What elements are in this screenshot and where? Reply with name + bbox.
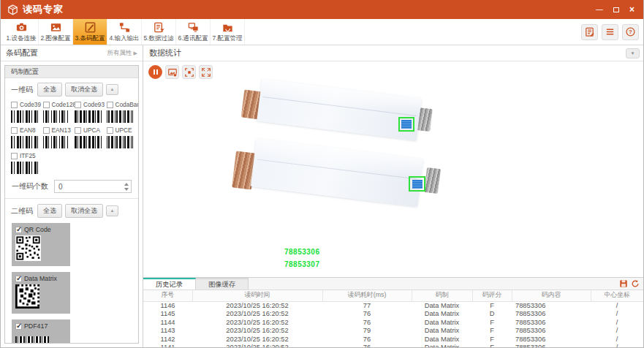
app-title: 读码专家	[23, 3, 64, 16]
help-button[interactable]: ?	[622, 24, 639, 40]
checkbox[interactable]	[11, 102, 18, 108]
group-1d-row: 一维码 全选 取消全选 ▲	[5, 78, 138, 99]
toolbar-tab-3[interactable]: 3.条码配置	[73, 19, 107, 45]
barcode-2d-qr-code[interactable]: QR Code	[12, 223, 70, 266]
collapse-2d-button[interactable]: ▲	[106, 205, 118, 216]
data-filter-icon	[153, 21, 165, 34]
barcode-1d-code93[interactable]: Code93	[72, 99, 104, 124]
barcode-1d-upca[interactable]: UPCA	[72, 124, 104, 150]
history-rows-area[interactable]: 11462023/10/25 16:20:5277Data MatrixF788…	[143, 302, 643, 348]
toolbar-tab-1[interactable]: 1.设备连接	[4, 19, 39, 45]
maximize-icon[interactable]	[613, 7, 619, 12]
table-row[interactable]: 11422023/10/25 16:20:5276Data MatrixF788…	[143, 336, 643, 344]
comm-config-icon	[187, 21, 200, 34]
barcode-1d-upce[interactable]: UPCE	[104, 124, 136, 150]
io-flow-icon	[118, 21, 131, 34]
all-properties-link[interactable]: 所有属性 ▶	[107, 49, 137, 58]
fit-view-button[interactable]	[182, 65, 196, 79]
checkbox[interactable]	[107, 102, 113, 108]
barcode-config-panel: 条码配置 所有属性 ▶ 码制配置 一维码 全选 取消全选 ▲ Code39Cod…	[1, 45, 143, 347]
minimize-icon[interactable]: —	[596, 6, 603, 13]
barcode-name: EAN8	[20, 126, 36, 134]
checkbox[interactable]	[107, 127, 113, 134]
toolbar-tab-7[interactable]: 7.配置管理	[211, 19, 245, 45]
barcode-sample	[107, 110, 134, 123]
history-table-header: 序号读码时间读码耗时(ms)码制码评分码内容中心坐标	[143, 290, 643, 302]
history-tab-2[interactable]: 图像缓存	[196, 278, 249, 290]
checkbox[interactable]	[15, 276, 22, 282]
barcode-1d-code39[interactable]: Code39	[8, 99, 40, 124]
titlebar: 读码专家 — ×	[1, 0, 643, 19]
table-row[interactable]: 11432023/10/25 16:20:5279Data MatrixF788…	[143, 327, 643, 336]
table-row[interactable]: 11442023/10/25 16:20:5276Data MatrixF788…	[143, 319, 643, 328]
toolbar-tabs: 1.设备连接2.图像配置3.条码配置4.输入输出5.数据过滤6.通讯配置7.配置…	[4, 19, 245, 45]
select-all-1d-button[interactable]: 全选	[37, 83, 62, 97]
panel-dropdown-icon[interactable]: ▼	[626, 48, 640, 58]
close-icon[interactable]: ×	[629, 6, 634, 13]
refresh-icon	[631, 279, 640, 288]
image-capture-button[interactable]	[165, 65, 179, 79]
help-icon: ?	[625, 26, 636, 37]
column-header[interactable]: 读码时间	[192, 290, 322, 301]
column-header[interactable]: 中心坐标	[591, 290, 643, 301]
history-tab-1[interactable]: 历史记录	[143, 278, 196, 290]
pause-icon	[154, 69, 158, 75]
toolbar-tab-5[interactable]: 5.数据过滤	[142, 19, 176, 45]
barcode-1d-code128[interactable]: Code128	[40, 99, 72, 124]
spinner-arrows[interactable]	[124, 181, 129, 192]
table-row[interactable]: 11452023/10/25 16:20:5276Data MatrixD788…	[143, 310, 643, 319]
deselect-all-1d-button[interactable]: 取消全选	[65, 83, 103, 97]
history-table-body: 11462023/10/25 16:20:5277Data MatrixF788…	[143, 302, 643, 348]
column-header[interactable]: 读码耗时(ms)	[322, 290, 412, 301]
toolbar-tab-6[interactable]: 6.通讯配置	[176, 19, 211, 45]
report-button[interactable]	[581, 24, 598, 40]
barcodes-2d-tiles: QR Code Data Matrix	[5, 220, 138, 344]
pause-button[interactable]	[148, 65, 162, 79]
list-icon	[605, 26, 615, 37]
decoded-value-2: 78853307	[284, 260, 320, 268]
select-all-2d-button[interactable]: 全选	[37, 204, 62, 218]
battery-cell-1	[257, 79, 421, 140]
barcode-2d-pdf417[interactable]: PDF417	[12, 319, 70, 344]
checkbox[interactable]	[43, 102, 50, 108]
history-tabs-holder: 历史记录图像缓存	[143, 278, 249, 290]
table-row[interactable]: 11412023/10/25 16:20:5276Data MatrixF788…	[143, 344, 643, 347]
group-2d-label: 二维码	[11, 206, 33, 216]
barcode-2d-data-matrix[interactable]: Data Matrix	[12, 272, 70, 314]
save-history-button[interactable]	[618, 279, 629, 289]
collapse-1d-button[interactable]: ▲	[106, 84, 118, 95]
log-list-button[interactable]	[602, 24, 618, 40]
checkbox[interactable]	[15, 323, 22, 330]
barcode-1d-codabar[interactable]: CodaBar	[104, 99, 136, 124]
column-header[interactable]: 码制	[412, 290, 472, 301]
detection-box-1	[398, 117, 414, 132]
barcodes-1d-grid: Code39Code128Code93CodaBarEAN8EAN13UPCAU…	[5, 99, 138, 175]
barcode-1d-ean13[interactable]: EAN13	[40, 124, 72, 150]
column-header[interactable]: 序号	[143, 290, 192, 301]
deselect-all-2d-button[interactable]: 取消全选	[65, 204, 103, 218]
image-capture-icon	[167, 67, 178, 77]
barcode-1d-itf25[interactable]: ITF25	[8, 150, 40, 175]
checkbox[interactable]	[43, 127, 50, 134]
history-columns-row: 序号读码时间读码耗时(ms)码制码评分码内容中心坐标	[143, 290, 643, 301]
image-icon	[50, 21, 62, 34]
toolbar-tab-2[interactable]: 2.图像配置	[39, 19, 73, 45]
barcode-sample	[43, 136, 70, 148]
checkbox[interactable]	[75, 127, 81, 134]
toolbar-tab-4[interactable]: 4.输入输出	[107, 19, 142, 45]
count-1d-spinner[interactable]: 0	[54, 180, 132, 193]
barcode-name: EAN13	[52, 126, 71, 134]
refresh-button[interactable]	[630, 279, 640, 289]
barcode-1d-ean8[interactable]: EAN8	[8, 124, 40, 150]
column-header[interactable]: 码内容	[512, 290, 591, 301]
checkbox[interactable]	[11, 153, 18, 159]
pdf417-sample	[15, 336, 49, 344]
image-viewer[interactable]: 78853306 78853307	[143, 61, 643, 277]
checkbox[interactable]	[11, 127, 18, 134]
checkbox[interactable]	[15, 227, 22, 233]
battery-cell-2	[251, 138, 423, 207]
fullscreen-button[interactable]	[199, 65, 213, 79]
table-row[interactable]: 11462023/10/25 16:20:5277Data MatrixF788…	[143, 302, 643, 311]
column-header[interactable]: 码评分	[472, 290, 512, 301]
checkbox[interactable]	[75, 102, 81, 108]
